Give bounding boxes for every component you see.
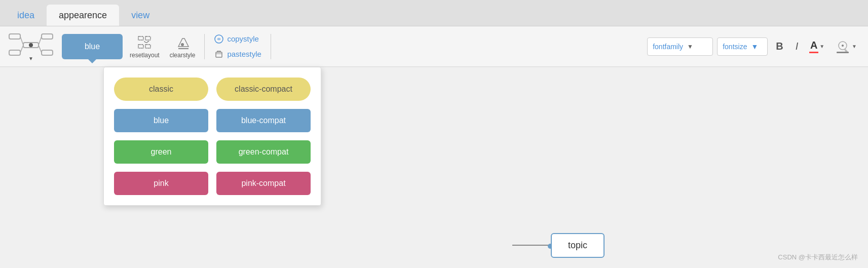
svg-rect-11 (145, 36, 150, 40)
svg-rect-4 (42, 50, 53, 55)
pastestyle-button[interactable]: pastestyle (211, 47, 265, 61)
copypaste-group: copystyle pastestyle (211, 32, 265, 61)
connector-line (512, 245, 553, 246)
svg-point-18 (842, 45, 844, 47)
theme-item-blue[interactable]: blue (114, 109, 208, 132)
tab-bar: idea appearence view (0, 0, 868, 26)
tab-appearence[interactable]: appearence (47, 5, 119, 26)
topic-node[interactable]: topic (551, 233, 605, 258)
copystyle-icon (214, 34, 224, 44)
fontsize-select[interactable]: fontsize ▼ (717, 37, 768, 56)
text-color-arrow-icon: ▼ (819, 44, 824, 49)
svg-point-9 (29, 43, 33, 47)
svg-rect-12 (138, 45, 143, 48)
theme-item-pink[interactable]: pink (114, 172, 208, 195)
theme-item-green-compat[interactable]: green-compat (216, 140, 311, 164)
copystyle-label: copystyle (227, 34, 259, 43)
theme-item-classic[interactable]: classic (114, 78, 208, 101)
theme-item-green[interactable]: green (114, 140, 208, 164)
fontsize-label: fontsize (723, 43, 747, 51)
mindmap-icon-wrap[interactable]: ▼ (8, 31, 54, 61)
text-color-button[interactable]: A ▼ (806, 37, 827, 55)
theme-item-pink-compat[interactable]: pink-compat (216, 172, 311, 195)
clearstyle-label: clearstyle (170, 52, 196, 59)
clearstyle-icon (174, 34, 191, 51)
svg-rect-16 (216, 52, 222, 57)
toolbar-divider-1 (204, 34, 205, 59)
resetlayout-label: resetlayout (130, 52, 160, 59)
text-a-letter: A (809, 40, 818, 51)
svg-rect-19 (837, 52, 849, 53)
watermark: CSDN @卡卡西最近怎么样 (778, 253, 858, 262)
theme-select-button[interactable]: blue (62, 34, 123, 59)
resetlayout-icon (136, 34, 153, 51)
pastestyle-label: pastestyle (227, 50, 261, 58)
tab-idea[interactable]: idea (5, 5, 47, 26)
fill-color-button[interactable]: ▼ (832, 36, 860, 57)
fontfamily-label: fontfamily (653, 43, 683, 51)
text-a-underline (809, 52, 818, 53)
fontsize-arrow-icon: ▼ (751, 43, 758, 51)
clearstyle-button[interactable]: clearstyle (167, 32, 199, 61)
bold-button[interactable]: B (772, 39, 787, 54)
svg-line-5 (20, 36, 23, 45)
toolbar-divider-2 (271, 34, 271, 59)
toolbar-left-section: ▼ blue resetlayout clearstyle (8, 31, 273, 61)
theme-dropdown-panel: classic classic-compact blue blue-compat… (103, 67, 321, 206)
fontfamily-select[interactable]: fontfamily ▼ (647, 37, 713, 56)
mindmap-icon (8, 31, 54, 58)
svg-line-8 (39, 45, 42, 53)
svg-line-6 (20, 45, 23, 53)
svg-line-7 (39, 36, 42, 45)
svg-rect-10 (138, 36, 143, 40)
svg-rect-2 (9, 50, 20, 55)
mindmap-chevron-icon: ▼ (28, 56, 33, 61)
resetlayout-button[interactable]: resetlayout (127, 32, 163, 61)
svg-rect-1 (9, 34, 20, 39)
copystyle-button[interactable]: copystyle (211, 32, 265, 46)
toolbar: ▼ blue resetlayout clearstyle (0, 26, 868, 67)
theme-item-blue-compat[interactable]: blue-compat (216, 109, 311, 132)
topic-label: topic (568, 240, 587, 250)
fill-color-icon (835, 39, 851, 55)
svg-rect-13 (145, 45, 150, 48)
theme-item-classic-compact[interactable]: classic-compact (216, 78, 311, 101)
italic-button[interactable]: I (791, 39, 803, 54)
pastestyle-icon (214, 49, 224, 59)
text-color-icon: A (809, 40, 818, 53)
svg-point-14 (181, 43, 184, 46)
fill-color-arrow-icon: ▼ (852, 44, 857, 49)
fontfamily-arrow-icon: ▼ (687, 43, 693, 50)
tab-view[interactable]: view (119, 5, 162, 26)
toolbar-right-section: fontfamily ▼ fontsize ▼ B I A ▼ (647, 36, 860, 57)
svg-rect-3 (42, 34, 53, 39)
